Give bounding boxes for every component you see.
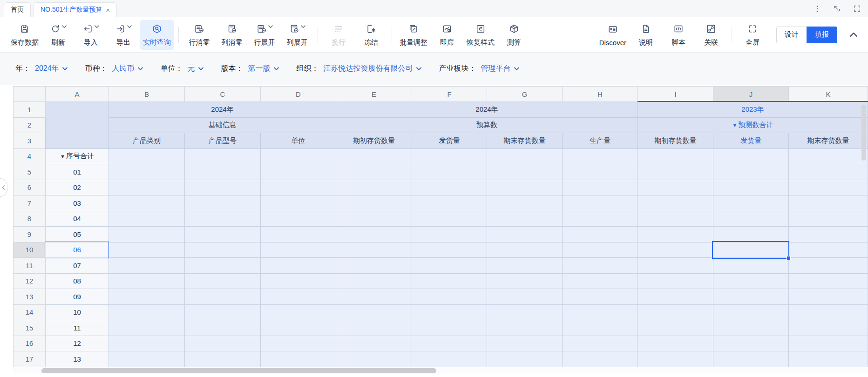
data-cell[interactable] [261,195,336,211]
relation-button[interactable]: 关联 [695,20,727,50]
data-cell[interactable] [789,195,868,211]
data-cell[interactable] [336,258,412,274]
refresh-button[interactable]: 刷新 [42,20,75,50]
data-cell[interactable] [713,336,789,351]
data-cell[interactable] [713,304,789,320]
data-cell[interactable] [789,211,868,227]
data-cell[interactable] [487,227,563,242]
data-cell[interactable] [336,148,412,164]
collapse-triangle-icon[interactable]: ▼ [60,154,66,159]
column-header-H-label[interactable]: 生产量 [563,133,638,149]
row-clear-zero-button[interactable]: 行消零 [183,20,216,50]
data-cell[interactable] [261,227,336,242]
row-number[interactable]: 2 [14,117,46,133]
data-cell[interactable] [336,289,412,305]
data-cell[interactable] [789,320,868,336]
data-cell[interactable] [412,148,487,164]
data-cell[interactable] [185,148,261,164]
data-cell[interactable] [713,289,789,305]
row-number[interactable]: 3 [14,133,46,149]
data-cell[interactable] [789,227,868,242]
data-cell[interactable] [336,320,412,336]
data-cell[interactable] [109,211,185,227]
data-cell[interactable] [638,211,713,227]
data-cell[interactable] [789,242,868,258]
merged-header-2024-budget[interactable]: 2024年 [336,102,638,118]
data-cell[interactable] [185,164,261,180]
data-cell[interactable] [261,258,336,274]
data-cell[interactable] [336,195,412,211]
freeze-button[interactable]: 冻结 [355,20,387,50]
data-cell[interactable] [336,211,412,227]
data-cell[interactable] [487,304,563,320]
data-cell[interactable] [713,227,789,242]
merged-header-2024-basic[interactable]: 2024年 [109,102,336,118]
expand-icon[interactable] [853,4,861,13]
data-cell[interactable] [412,164,487,180]
data-cell[interactable] [487,148,563,164]
data-cell[interactable] [638,242,713,258]
filter-unit-select[interactable]: 元 [188,64,203,74]
live-query-button[interactable]: 实时查询 [140,20,174,50]
corner-cell[interactable] [14,87,46,102]
column-header-J[interactable]: J [713,87,789,102]
row-total-label[interactable]: ▼序号合计 [46,148,109,164]
data-cell[interactable] [563,180,638,195]
data-cell[interactable] [638,148,713,164]
data-cell[interactable] [638,195,713,211]
row-label-cell[interactable]: 10 [46,304,109,320]
tab-report-active[interactable]: NO.501生产数量预算 × [34,2,117,17]
data-cell[interactable] [261,211,336,227]
data-cell[interactable] [109,148,185,164]
side-drawer-handle[interactable] [0,178,7,197]
data-cell[interactable] [713,351,789,367]
data-cell[interactable] [109,273,185,289]
data-cell[interactable] [789,304,868,320]
data-cell[interactable] [185,320,261,336]
data-cell[interactable] [261,320,336,336]
data-cell[interactable] [563,289,638,305]
row-number[interactable]: 12 [14,273,46,289]
data-cell[interactable] [336,273,412,289]
data-cell[interactable] [185,336,261,351]
data-cell[interactable] [713,273,789,289]
vertical-scrollbar-thumb[interactable] [861,105,866,161]
row-number[interactable]: 4 [14,148,46,164]
data-cell[interactable] [713,180,789,195]
data-cell[interactable] [412,227,487,242]
cell-a1-merged[interactable] [46,102,109,149]
column-header-D-label[interactable]: 单位 [261,133,336,149]
data-cell[interactable] [487,211,563,227]
data-cell[interactable] [109,351,185,367]
data-cell[interactable] [638,258,713,274]
data-cell[interactable] [713,195,789,211]
data-cell[interactable] [185,273,261,289]
data-cell[interactable] [563,336,638,351]
tab-close-icon[interactable]: × [106,7,110,13]
data-cell[interactable] [487,273,563,289]
row-label-cell[interactable]: 03 [46,195,109,211]
data-cell[interactable] [412,180,487,195]
filter-organization-select[interactable]: 江苏悦达投资股份有限公司 [324,64,421,74]
data-cell[interactable] [563,273,638,289]
data-cell[interactable] [638,336,713,351]
data-cell[interactable] [638,180,713,195]
data-cell[interactable] [563,148,638,164]
data-cell[interactable] [185,258,261,274]
row-label-cell[interactable]: 07 [46,258,109,274]
row-label-cell[interactable]: 05 [46,227,109,242]
data-cell[interactable] [713,211,789,227]
column-header-B-label[interactable]: 产品类别 [109,133,185,149]
data-cell[interactable] [109,227,185,242]
row-label-cell[interactable]: 01 [46,164,109,180]
data-cell[interactable] [185,227,261,242]
column-header-F-label[interactable]: 发货量 [412,133,487,149]
data-cell[interactable] [336,180,412,195]
row-label-cell[interactable]: 13 [46,351,109,367]
row-number[interactable]: 9 [14,227,46,242]
data-cell[interactable] [713,258,789,274]
column-header-J-label[interactable]: 发货量 [713,133,789,149]
tab-home[interactable]: 首页 [4,2,31,17]
data-cell[interactable] [261,289,336,305]
data-cell[interactable] [185,242,261,258]
